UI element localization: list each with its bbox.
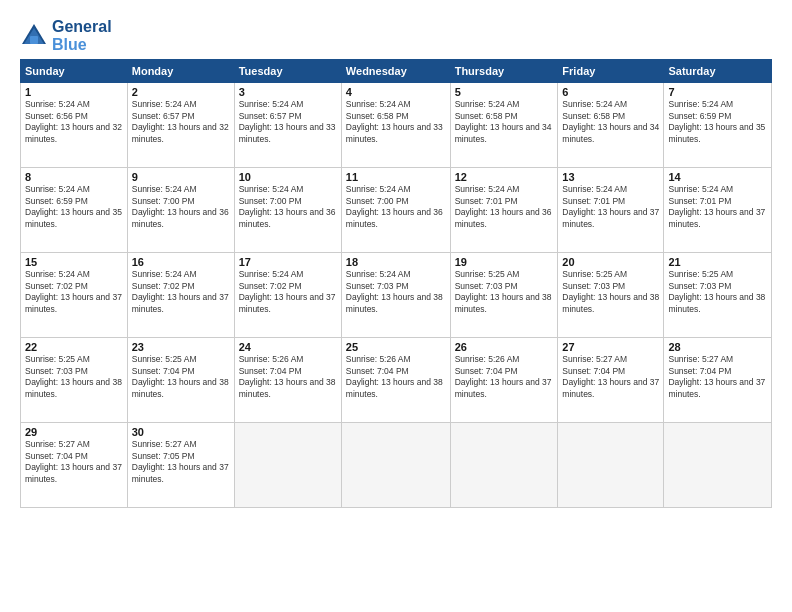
calendar-cell: 15Sunrise: 5:24 AMSunset: 7:02 PMDayligh… xyxy=(21,253,128,338)
day-info: Sunrise: 5:24 AMSunset: 6:57 PMDaylight:… xyxy=(239,99,337,145)
day-number: 13 xyxy=(562,171,659,183)
calendar-cell: 4Sunrise: 5:24 AMSunset: 6:58 PMDaylight… xyxy=(341,83,450,168)
day-number: 11 xyxy=(346,171,446,183)
day-info: Sunrise: 5:24 AMSunset: 7:02 PMDaylight:… xyxy=(132,269,230,315)
day-info: Sunrise: 5:24 AMSunset: 6:58 PMDaylight:… xyxy=(562,99,659,145)
day-info: Sunrise: 5:24 AMSunset: 7:01 PMDaylight:… xyxy=(562,184,659,230)
day-info: Sunrise: 5:25 AMSunset: 7:04 PMDaylight:… xyxy=(132,354,230,400)
day-number: 17 xyxy=(239,256,337,268)
day-info: Sunrise: 5:24 AMSunset: 6:58 PMDaylight:… xyxy=(346,99,446,145)
day-info: Sunrise: 5:24 AMSunset: 7:01 PMDaylight:… xyxy=(668,184,767,230)
calendar-cell: 11Sunrise: 5:24 AMSunset: 7:00 PMDayligh… xyxy=(341,168,450,253)
day-number: 3 xyxy=(239,86,337,98)
calendar-cell: 24Sunrise: 5:26 AMSunset: 7:04 PMDayligh… xyxy=(234,338,341,423)
calendar-cell: 29Sunrise: 5:27 AMSunset: 7:04 PMDayligh… xyxy=(21,423,128,508)
day-info: Sunrise: 5:24 AMSunset: 7:01 PMDaylight:… xyxy=(455,184,554,230)
calendar-table: Sunday Monday Tuesday Wednesday Thursday… xyxy=(20,59,772,508)
day-number: 7 xyxy=(668,86,767,98)
calendar-cell: 16Sunrise: 5:24 AMSunset: 7:02 PMDayligh… xyxy=(127,253,234,338)
day-number: 1 xyxy=(25,86,123,98)
calendar-cell xyxy=(341,423,450,508)
day-number: 6 xyxy=(562,86,659,98)
day-number: 20 xyxy=(562,256,659,268)
day-number: 24 xyxy=(239,341,337,353)
calendar-cell: 9Sunrise: 5:24 AMSunset: 7:00 PMDaylight… xyxy=(127,168,234,253)
calendar-cell xyxy=(664,423,772,508)
day-number: 28 xyxy=(668,341,767,353)
day-number: 15 xyxy=(25,256,123,268)
calendar-cell: 17Sunrise: 5:24 AMSunset: 7:02 PMDayligh… xyxy=(234,253,341,338)
calendar-cell: 23Sunrise: 5:25 AMSunset: 7:04 PMDayligh… xyxy=(127,338,234,423)
day-info: Sunrise: 5:27 AMSunset: 7:04 PMDaylight:… xyxy=(562,354,659,400)
day-info: Sunrise: 5:24 AMSunset: 7:02 PMDaylight:… xyxy=(239,269,337,315)
day-info: Sunrise: 5:25 AMSunset: 7:03 PMDaylight:… xyxy=(455,269,554,315)
day-number: 16 xyxy=(132,256,230,268)
day-info: Sunrise: 5:25 AMSunset: 7:03 PMDaylight:… xyxy=(668,269,767,315)
calendar-cell: 14Sunrise: 5:24 AMSunset: 7:01 PMDayligh… xyxy=(664,168,772,253)
calendar-cell: 3Sunrise: 5:24 AMSunset: 6:57 PMDaylight… xyxy=(234,83,341,168)
svg-rect-2 xyxy=(30,36,38,44)
day-number: 9 xyxy=(132,171,230,183)
day-number: 10 xyxy=(239,171,337,183)
day-info: Sunrise: 5:26 AMSunset: 7:04 PMDaylight:… xyxy=(239,354,337,400)
day-number: 18 xyxy=(346,256,446,268)
calendar-cell: 20Sunrise: 5:25 AMSunset: 7:03 PMDayligh… xyxy=(558,253,664,338)
day-number: 5 xyxy=(455,86,554,98)
header-tuesday: Tuesday xyxy=(234,60,341,83)
calendar-cell: 19Sunrise: 5:25 AMSunset: 7:03 PMDayligh… xyxy=(450,253,558,338)
day-number: 30 xyxy=(132,426,230,438)
day-number: 12 xyxy=(455,171,554,183)
day-number: 25 xyxy=(346,341,446,353)
day-info: Sunrise: 5:25 AMSunset: 7:03 PMDaylight:… xyxy=(25,354,123,400)
calendar-cell: 22Sunrise: 5:25 AMSunset: 7:03 PMDayligh… xyxy=(21,338,128,423)
day-number: 4 xyxy=(346,86,446,98)
calendar-cell: 26Sunrise: 5:26 AMSunset: 7:04 PMDayligh… xyxy=(450,338,558,423)
day-number: 23 xyxy=(132,341,230,353)
calendar-cell: 1Sunrise: 5:24 AMSunset: 6:56 PMDaylight… xyxy=(21,83,128,168)
calendar-cell xyxy=(558,423,664,508)
day-number: 27 xyxy=(562,341,659,353)
calendar-cell: 2Sunrise: 5:24 AMSunset: 6:57 PMDaylight… xyxy=(127,83,234,168)
calendar-cell: 30Sunrise: 5:27 AMSunset: 7:05 PMDayligh… xyxy=(127,423,234,508)
day-info: Sunrise: 5:24 AMSunset: 6:58 PMDaylight:… xyxy=(455,99,554,145)
calendar-cell: 27Sunrise: 5:27 AMSunset: 7:04 PMDayligh… xyxy=(558,338,664,423)
calendar-cell: 28Sunrise: 5:27 AMSunset: 7:04 PMDayligh… xyxy=(664,338,772,423)
day-info: Sunrise: 5:24 AMSunset: 6:56 PMDaylight:… xyxy=(25,99,123,145)
day-info: Sunrise: 5:26 AMSunset: 7:04 PMDaylight:… xyxy=(455,354,554,400)
calendar-week-row: 1Sunrise: 5:24 AMSunset: 6:56 PMDaylight… xyxy=(21,83,772,168)
header-thursday: Thursday xyxy=(450,60,558,83)
header: General Blue xyxy=(20,18,772,53)
day-number: 21 xyxy=(668,256,767,268)
day-info: Sunrise: 5:24 AMSunset: 6:59 PMDaylight:… xyxy=(668,99,767,145)
day-info: Sunrise: 5:24 AMSunset: 7:00 PMDaylight:… xyxy=(239,184,337,230)
day-info: Sunrise: 5:24 AMSunset: 7:00 PMDaylight:… xyxy=(346,184,446,230)
day-info: Sunrise: 5:24 AMSunset: 7:00 PMDaylight:… xyxy=(132,184,230,230)
calendar-cell: 6Sunrise: 5:24 AMSunset: 6:58 PMDaylight… xyxy=(558,83,664,168)
day-info: Sunrise: 5:27 AMSunset: 7:04 PMDaylight:… xyxy=(25,439,123,485)
day-info: Sunrise: 5:24 AMSunset: 7:02 PMDaylight:… xyxy=(25,269,123,315)
day-number: 14 xyxy=(668,171,767,183)
header-sunday: Sunday xyxy=(21,60,128,83)
day-info: Sunrise: 5:27 AMSunset: 7:04 PMDaylight:… xyxy=(668,354,767,400)
calendar-cell: 21Sunrise: 5:25 AMSunset: 7:03 PMDayligh… xyxy=(664,253,772,338)
calendar-cell xyxy=(450,423,558,508)
logo-icon xyxy=(20,22,48,50)
day-info: Sunrise: 5:27 AMSunset: 7:05 PMDaylight:… xyxy=(132,439,230,485)
calendar-cell: 5Sunrise: 5:24 AMSunset: 6:58 PMDaylight… xyxy=(450,83,558,168)
day-info: Sunrise: 5:25 AMSunset: 7:03 PMDaylight:… xyxy=(562,269,659,315)
calendar-cell: 13Sunrise: 5:24 AMSunset: 7:01 PMDayligh… xyxy=(558,168,664,253)
day-number: 8 xyxy=(25,171,123,183)
weekday-header-row: Sunday Monday Tuesday Wednesday Thursday… xyxy=(21,60,772,83)
day-number: 26 xyxy=(455,341,554,353)
calendar-cell: 12Sunrise: 5:24 AMSunset: 7:01 PMDayligh… xyxy=(450,168,558,253)
logo-text: General Blue xyxy=(52,18,112,53)
calendar-week-row: 8Sunrise: 5:24 AMSunset: 6:59 PMDaylight… xyxy=(21,168,772,253)
calendar-cell: 18Sunrise: 5:24 AMSunset: 7:03 PMDayligh… xyxy=(341,253,450,338)
logo: General Blue xyxy=(20,18,112,53)
calendar-cell: 25Sunrise: 5:26 AMSunset: 7:04 PMDayligh… xyxy=(341,338,450,423)
header-friday: Friday xyxy=(558,60,664,83)
calendar-cell: 8Sunrise: 5:24 AMSunset: 6:59 PMDaylight… xyxy=(21,168,128,253)
day-number: 22 xyxy=(25,341,123,353)
day-info: Sunrise: 5:26 AMSunset: 7:04 PMDaylight:… xyxy=(346,354,446,400)
calendar-week-row: 22Sunrise: 5:25 AMSunset: 7:03 PMDayligh… xyxy=(21,338,772,423)
